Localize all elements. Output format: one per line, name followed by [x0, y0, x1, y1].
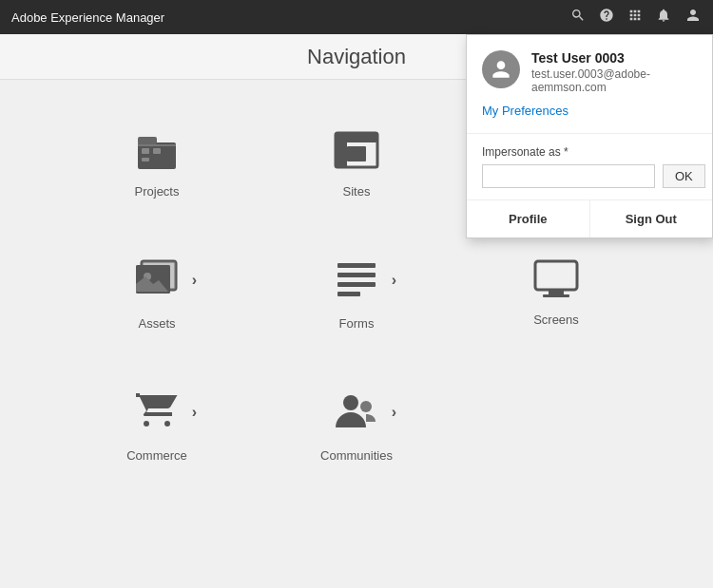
sites-label: Sites	[343, 184, 371, 199]
svg-rect-5	[138, 137, 157, 144]
nav-item-forms[interactable]: › Forms	[257, 227, 456, 350]
svg-rect-4	[142, 158, 149, 161]
svg-rect-8	[347, 146, 366, 161]
projects-label: Projects	[135, 184, 180, 199]
forms-icon	[334, 256, 379, 301]
impersonate-section: Impersonate as * OK	[467, 134, 712, 200]
nav-item-assets[interactable]: › Assets	[57, 227, 257, 350]
header: Adobe Experience Manager	[0, 0, 713, 34]
assets-icon	[134, 256, 180, 301]
svg-rect-24	[549, 290, 564, 294]
impersonate-input[interactable]	[482, 164, 655, 188]
svg-point-29	[360, 401, 372, 412]
notifications-icon[interactable]	[656, 8, 671, 27]
nav-item-screens[interactable]: Screens	[456, 227, 656, 350]
impersonate-row: OK	[482, 164, 697, 188]
nav-item-projects[interactable]: Projects	[57, 99, 257, 218]
assets-label: Assets	[138, 316, 175, 331]
projects-icon	[134, 127, 180, 173]
svg-rect-2	[142, 148, 149, 154]
user-avatar	[482, 50, 520, 88]
user-info: Test User 0003 test.user.0003@adobe-aemm…	[482, 50, 697, 94]
app-title: Adobe Experience Manager	[11, 10, 570, 25]
screens-icon	[533, 256, 579, 301]
svg-point-27	[164, 421, 170, 427]
commerce-label: Commerce	[126, 448, 187, 463]
user-name: Test User 0003	[531, 50, 697, 66]
user-panel-top: Test User 0003 test.user.0003@adobe-aemm…	[467, 35, 712, 134]
communities-icon	[334, 388, 379, 433]
svg-rect-3	[153, 148, 161, 154]
header-icons	[570, 7, 702, 28]
impersonate-label: Impersonate as *	[482, 145, 697, 159]
help-icon[interactable]	[599, 8, 614, 27]
ok-button[interactable]: OK	[663, 164, 705, 188]
svg-rect-25	[543, 294, 569, 297]
user-text-block: Test User 0003 test.user.0003@adobe-aemm…	[531, 50, 697, 94]
svg-rect-20	[337, 273, 376, 277]
svg-rect-9	[336, 133, 347, 167]
signout-button[interactable]: Sign Out	[589, 200, 713, 237]
apps-icon[interactable]	[627, 8, 643, 27]
profile-button[interactable]: Profile	[467, 200, 589, 237]
communities-label: Communities	[320, 448, 393, 463]
svg-rect-22	[337, 292, 360, 296]
user-panel-actions: Profile Sign Out	[467, 200, 712, 237]
svg-point-26	[144, 421, 149, 427]
nav-bar-title: Navigation	[307, 45, 406, 69]
search-icon[interactable]	[570, 8, 586, 27]
user-email: test.user.0003@adobe-aemmson.com	[531, 67, 697, 94]
nav-item-commerce[interactable]: › Commerce	[57, 359, 257, 482]
forms-label: Forms	[339, 316, 375, 331]
svg-rect-21	[337, 282, 376, 287]
user-avatar-header[interactable]	[684, 7, 702, 28]
svg-point-28	[343, 395, 358, 410]
nav-item-communities[interactable]: › Communities	[257, 359, 456, 482]
svg-rect-19	[337, 263, 376, 268]
sites-icon	[334, 127, 379, 173]
user-panel: Test User 0003 test.user.0003@adobe-aemm…	[466, 34, 713, 238]
my-preferences-link[interactable]: My Preferences	[482, 104, 697, 118]
screens-label: Screens	[533, 313, 579, 327]
svg-rect-23	[535, 261, 577, 290]
commerce-icon	[134, 388, 180, 433]
nav-item-sites[interactable]: Sites	[257, 99, 456, 218]
svg-rect-0	[138, 142, 176, 169]
